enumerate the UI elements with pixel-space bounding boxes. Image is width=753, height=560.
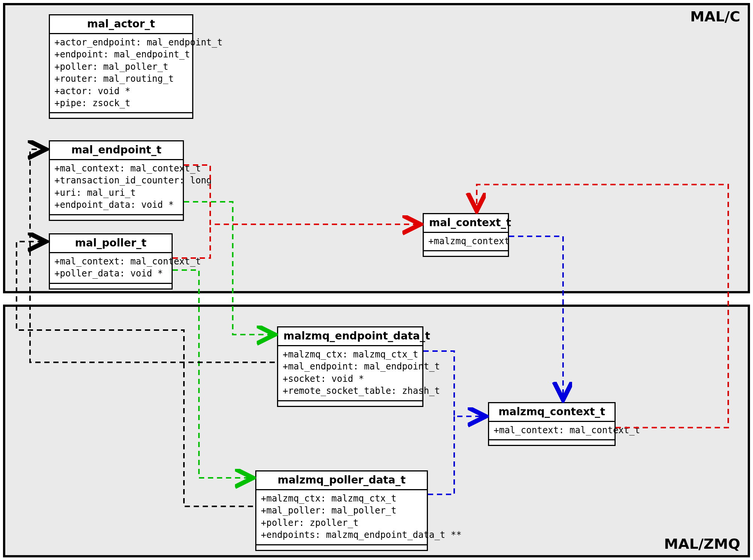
- class-attrs: +malzmq_context: [424, 233, 508, 251]
- attr: +poller_data: void *: [54, 267, 167, 279]
- package-label-top: MAL/C: [690, 8, 740, 25]
- attr: +endpoint: mal_endpoint_t: [54, 48, 188, 60]
- class-ops: [50, 284, 172, 288]
- attr: +endpoints: malzmq_endpoint_data_t **: [261, 529, 422, 541]
- class-title: mal_endpoint_t: [50, 141, 183, 160]
- attr: +actor_endpoint: mal_endpoint_t: [54, 36, 188, 48]
- class-ops: [489, 440, 614, 445]
- class-attrs: +mal_context: mal_context_t: [489, 422, 614, 440]
- class-attrs: +actor_endpoint: mal_endpoint_t +endpoin…: [50, 34, 192, 113]
- class-attrs: +malzmq_ctx: malzmq_ctx_t +mal_poller: m…: [256, 490, 427, 545]
- attr: +mal_endpoint: mal_endpoint_t: [283, 360, 418, 372]
- attr: +router: mal_routing_t: [54, 73, 188, 85]
- diagram-canvas: MAL/C MAL/ZMQ mal_actor_t +actor_endpoin…: [0, 0, 753, 560]
- class-title: mal_context_t: [424, 214, 508, 233]
- class-attrs: +mal_context: mal_context_t +poller_data…: [50, 253, 172, 284]
- attr: +mal_context: mal_context_t: [54, 255, 167, 267]
- attr: +malzmq_ctx: malzmq_ctx_t: [261, 492, 422, 504]
- package-label-bottom: MAL/ZMQ: [664, 536, 740, 552]
- class-malzmq-poller-data-t: malzmq_poller_data_t +malzmq_ctx: malzmq…: [255, 470, 428, 551]
- class-mal-context-t: mal_context_t +malzmq_context: [423, 213, 509, 257]
- class-ops: [50, 215, 183, 220]
- class-ops: [278, 401, 422, 406]
- attr: +transaction_id_counter: long: [54, 174, 178, 186]
- class-title: malzmq_endpoint_data_t: [278, 327, 422, 346]
- class-attrs: +malzmq_ctx: malzmq_ctx_t +mal_endpoint:…: [278, 346, 422, 401]
- class-mal-endpoint-t: mal_endpoint_t +mal_context: mal_context…: [49, 140, 184, 221]
- attr: +malzmq_ctx: malzmq_ctx_t: [283, 348, 418, 360]
- attr: +poller: mal_poller_t: [54, 61, 188, 73]
- class-title: malzmq_poller_data_t: [256, 471, 427, 490]
- class-mal-poller-t: mal_poller_t +mal_context: mal_context_t…: [49, 233, 173, 290]
- class-title: mal_poller_t: [50, 234, 172, 253]
- attr: +mal_poller: mal_poller_t: [261, 504, 422, 516]
- attr: +endpoint_data: void *: [54, 199, 178, 211]
- attr: +uri: mal_uri_t: [54, 187, 178, 199]
- attr: +mal_context: mal_context_t: [494, 424, 610, 436]
- class-attrs: +mal_context: mal_context_t +transaction…: [50, 160, 183, 215]
- attr: +mal_context: mal_context_t: [54, 162, 178, 174]
- class-ops: [50, 113, 192, 118]
- attr: +socket: void *: [283, 373, 418, 385]
- attr: +malzmq_context: [428, 235, 503, 247]
- class-malzmq-endpoint-data-t: malzmq_endpoint_data_t +malzmq_ctx: malz…: [277, 326, 423, 407]
- attr: +poller: zpoller_t: [261, 517, 422, 529]
- class-ops: [256, 545, 427, 550]
- attr: +actor: void *: [54, 85, 188, 97]
- attr: +pipe: zsock_t: [54, 97, 188, 109]
- class-title: mal_actor_t: [50, 15, 192, 34]
- class-malzmq-context-t: malzmq_context_t +mal_context: mal_conte…: [488, 402, 616, 446]
- class-mal-actor-t: mal_actor_t +actor_endpoint: mal_endpoin…: [49, 14, 193, 119]
- class-title: malzmq_context_t: [489, 403, 614, 422]
- class-ops: [424, 251, 508, 256]
- attr: +remote_socket_table: zhash_t: [283, 385, 418, 397]
